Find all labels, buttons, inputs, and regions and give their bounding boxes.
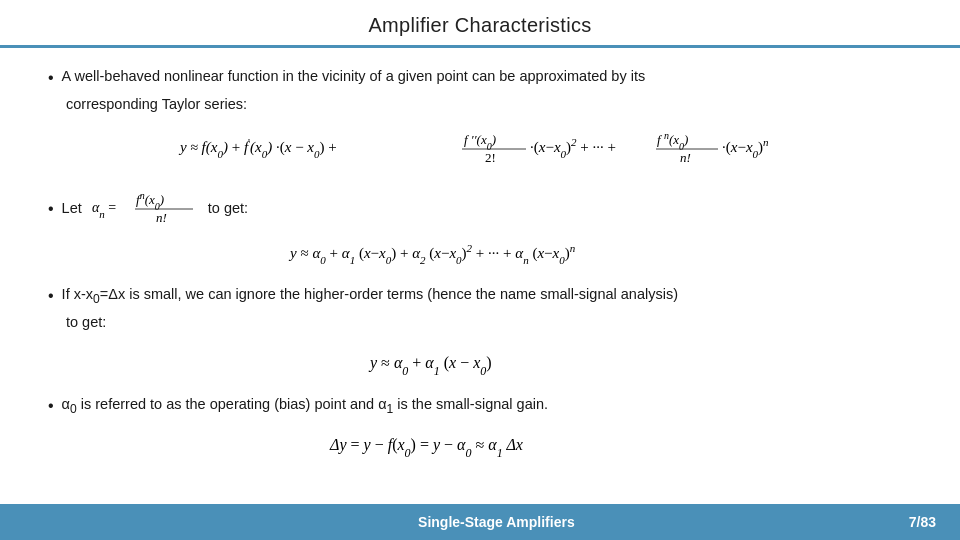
svg-text:y ≈ 
            α0
          : y ≈ α0 + α1 (x − x0) xyxy=(368,354,492,378)
svg-text:n!: n! xyxy=(680,150,691,165)
bullet-1-cont: corresponding Taylor series: xyxy=(66,94,912,116)
bullet-3-text: If x-x0=Δx is small, we can ignore the h… xyxy=(62,284,678,308)
svg-text:fn(x0): fn(x0) xyxy=(136,189,164,211)
bullet-2-block: • Let αn = fn(x0) n! to get: y ≈ α0 xyxy=(48,188,912,274)
bullet-4-text: α0 is referred to as the operating (bias… xyxy=(62,394,548,418)
bullet-1-line: • A well-behaved nonlinear function in t… xyxy=(48,66,912,90)
svg-text:y
             ≈ 
            : y ≈ f(x0) + f'(x0) ·(x − x0) + xyxy=(178,136,337,160)
svg-text:2!: 2! xyxy=(485,150,496,165)
taylor-alpha-formula: y ≈ α0 + α1 (x−x0) + α2 (x−x0)2 + ··· + … xyxy=(48,234,912,270)
bullet-dot-1: • xyxy=(48,66,54,90)
footer-page: 7/83 xyxy=(909,514,936,530)
bullet-dot-2: • xyxy=(48,197,54,221)
footer-label: Single-Stage Amplifiers xyxy=(418,514,575,530)
delta-y-formula: Δy = y − f(x0) = y − α0 ≈ α1 Δx xyxy=(48,422,912,462)
svg-text:αn =: αn = xyxy=(92,200,116,220)
small-signal-formula: y ≈ α0 + α1 (x − x0) xyxy=(48,340,912,380)
bullet-3-cont: to get: xyxy=(66,312,912,334)
bullet-4-line: • α0 is referred to as the operating (bi… xyxy=(48,394,912,418)
bullet-dot-4: • xyxy=(48,394,54,418)
bullet-2-toget: to get: xyxy=(208,198,248,220)
bullet-2-let: Let xyxy=(62,198,82,220)
bullet-1-block: • A well-behaved nonlinear function in t… xyxy=(48,66,912,178)
svg-text:f n(x0): f n(x0) xyxy=(657,129,688,151)
svg-text:f ′′(x0): f ′′(x0) xyxy=(464,132,496,152)
bullet-3-block: • If x-x0=Δx is small, we can ignore the… xyxy=(48,284,912,384)
taylor-series-formula: y ≈ f(x0) + f'(x0) ·(x − x0) + f ′′(x0) … xyxy=(48,122,912,174)
bullet-3-line: • If x-x0=Δx is small, we can ignore the… xyxy=(48,284,912,308)
bullet-4-block: • α0 is referred to as the operating (bi… xyxy=(48,394,912,466)
bullet-1-text: A well-behaved nonlinear function in the… xyxy=(62,66,646,88)
page-title: Amplifier Characteristics xyxy=(0,0,960,45)
svg-text:y ≈ 
            α0
          : y ≈ α0 + α1 (x−x0) + α2 (x−x0)2 + ··· + … xyxy=(288,242,576,266)
bullet-dot-3: • xyxy=(48,284,54,308)
content-area: • A well-behaved nonlinear function in t… xyxy=(0,48,960,504)
footer: Single-Stage Amplifiers 7/83 xyxy=(0,504,960,540)
svg-text:·(x−x0)n: ·(x−x0)n xyxy=(722,136,769,160)
svg-text:Δy
             = 
           : Δy = y − f(x0) = y − α0 ≈ α1 Δx xyxy=(329,436,523,460)
bullet-2-line: • Let αn = fn(x0) n! to get: xyxy=(48,188,912,230)
page-container: Amplifier Characteristics • A well-behav… xyxy=(0,0,960,540)
svg-text:·(x−x0)2
             + ··· +: ·(x−x0)2 + ··· + xyxy=(530,136,616,160)
svg-text:n!: n! xyxy=(156,210,167,225)
